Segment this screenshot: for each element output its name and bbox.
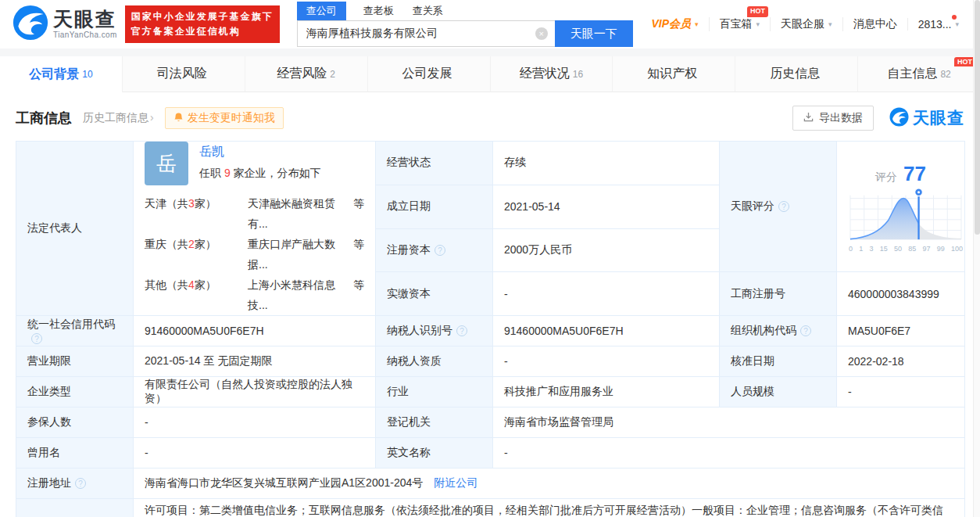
nearby-companies-link[interactable]: 附近公司 <box>434 476 477 489</box>
company-nav-tabs: 公司背景10 司法风险 经营风险2 公司发展 经营状况16 知识产权 历史信息 … <box>0 56 980 92</box>
field-value-taxpayer-id: 91460000MA5U0F6E7H <box>493 316 720 346</box>
brand-tagline: 国家中小企业发展子基金旗下 官方备案企业征信机构 <box>125 5 280 42</box>
field-value-staff-size: - <box>837 377 965 407</box>
tab-company-development[interactable]: 公司发展 <box>368 56 491 92</box>
search-tab-relation[interactable]: 查关系 <box>411 2 445 20</box>
distribution-row: 重庆（共2家） 重庆口岸产融大数据... 等 <box>145 234 364 275</box>
notification-dot <box>952 15 957 20</box>
logo-title: 天眼查 <box>53 9 117 29</box>
field-label-company-type: 企业类型 <box>16 377 134 407</box>
company-link[interactable]: 天津融米融资租赁有... <box>248 193 349 234</box>
field-label-legal-representative: 法定代表人 <box>16 142 134 316</box>
user-account-menu-item[interactable]: 2813... ▾ <box>907 18 969 31</box>
field-label-org-code: 组织机构代码? <box>720 316 837 346</box>
field-value-paid-in-capital: - <box>493 272 720 316</box>
field-value-industry: 科技推广和应用服务业 <box>493 377 720 407</box>
field-value-org-code: MA5U0F6E7 <box>837 316 965 346</box>
search-input[interactable] <box>297 20 555 47</box>
tab-operating-risk[interactable]: 经营风险2 <box>245 56 368 92</box>
page-scrollbar[interactable] <box>973 0 980 517</box>
field-value-operating-status: 存续 <box>493 142 720 185</box>
chevron-down-icon: ▾ <box>955 20 959 28</box>
avatar[interactable]: 岳 <box>145 142 188 185</box>
search-tab-boss[interactable]: 查老板 <box>362 2 395 20</box>
field-label-paid-in-capital: 实缴资本 <box>376 272 493 316</box>
help-icon[interactable]: ? <box>778 201 789 212</box>
help-icon[interactable]: ? <box>75 478 86 489</box>
field-label-taxpayer-id: 纳税人识别号? <box>376 316 493 346</box>
company-link[interactable]: 上海小米慧科信息技... <box>248 275 349 315</box>
field-value-business-scope: 许可项目：第二类增值电信业务；互联网信息服务（依法须经批准的项目，经相关部门批准… <box>134 499 965 517</box>
search-tab-company[interactable]: 查公司 <box>297 2 346 20</box>
header-menu: VIP会员 ▾ HOT 百宝箱 ▾ 天眼企服 ▾ 消息中心 2813... ▾ <box>641 17 969 31</box>
toolbox-menu-item[interactable]: HOT 百宝箱 ▾ <box>709 17 771 31</box>
enterprise-service-menu-item[interactable]: 天眼企服 ▾ <box>770 17 842 31</box>
tab-company-background[interactable]: 公司背景10 <box>0 56 123 92</box>
help-icon[interactable]: ? <box>31 333 42 344</box>
field-value-taxpayer-qualification: - <box>493 346 720 377</box>
clear-search-icon[interactable]: × <box>535 27 548 40</box>
field-label-registration-authority: 登记机关 <box>376 407 493 438</box>
bell-icon <box>173 112 184 125</box>
distribution-row: 其他（共4家） 上海小米慧科信息技... 等 <box>145 275 364 315</box>
field-label-tyc-score: 天眼评分? <box>720 142 837 272</box>
field-value-registered-capital: 2000万人民币 <box>493 228 720 272</box>
field-value-insured-count: - <box>134 407 376 438</box>
field-label-staff-size: 人员规模 <box>720 377 837 407</box>
score-distribution-chart[interactable]: 0131550859799100 <box>848 186 964 253</box>
search-area: 查公司 查老板 查关系 × 天眼一下 <box>297 2 633 47</box>
scrollbar-thumb[interactable] <box>975 0 980 235</box>
business-info-section-header: 工商信息 历史工商信息› 发生变更时通知我 导出数据 天眼查 <box>0 92 980 141</box>
tab-judicial-risk[interactable]: 司法风险 <box>123 56 245 92</box>
field-label-registered-capital: 注册资本? <box>376 228 493 272</box>
history-business-info-link[interactable]: 历史工商信息› <box>83 111 154 125</box>
field-label-insured-count: 参保人数 <box>16 407 134 438</box>
tenure-summary: 任职 9 家企业，分布如下 <box>199 167 321 181</box>
field-label-taxpayer-qualification: 纳税人资质 <box>376 346 493 377</box>
chevron-down-icon: ▾ <box>695 20 699 28</box>
field-value-registered-address: 海南省海口市龙华区复兴城互联网产业园A1区2001-204号 附近公司 <box>134 469 965 499</box>
field-label-credit-code: 统一社会信用代码? <box>16 316 134 346</box>
field-label-operating-status: 经营状态 <box>376 142 493 185</box>
export-data-button[interactable]: 导出数据 <box>792 106 874 131</box>
distribution-row: 天津（共3家） 天津融米融资租赁有... 等 <box>145 193 364 234</box>
field-label-business-term: 营业期限 <box>16 346 134 377</box>
score-chart-ticks: 0131550859799100 <box>848 245 964 253</box>
help-icon[interactable]: ? <box>456 325 467 336</box>
chevron-down-icon: ▾ <box>756 20 760 28</box>
tianyancha-logo[interactable]: 天眼查 TianYanCha.com <box>13 5 117 44</box>
legal-representative-cell: 岳 岳凯 任职 9 家企业，分布如下 天津（共3家） 天津融米融资租赁有... … <box>134 142 376 316</box>
field-label-former-name: 曾用名 <box>16 438 134 469</box>
field-value-established-date: 2021-05-14 <box>493 185 720 228</box>
message-center-menu-item[interactable]: 消息中心 <box>842 17 907 31</box>
field-label-approval-date: 核准日期 <box>720 346 837 377</box>
tab-self-published-info[interactable]: 自主信息82 HOT <box>858 56 980 92</box>
logo-domain: TianYanCha.com <box>53 31 117 39</box>
field-value-business-term: 2021-05-14 至 无固定期限 <box>134 346 376 377</box>
business-registration-table: 法定代表人 岳 岳凯 任职 9 家企业，分布如下 天津（共3家） 天津融米融资租… <box>16 141 965 517</box>
tab-operating-status[interactable]: 经营状况16 <box>491 56 613 92</box>
tab-intellectual-property[interactable]: 知识产权 <box>613 56 735 92</box>
field-value-credit-code: 91460000MA5U0F6E7H <box>134 316 376 346</box>
download-icon <box>803 112 814 124</box>
field-value-registration-authority: 海南省市场监督管理局 <box>493 407 965 438</box>
field-value-registration-number: 460000003843999 <box>837 272 965 316</box>
field-value-english-name: - <box>493 438 965 469</box>
field-label-english-name: 英文名称 <box>376 438 493 469</box>
search-button[interactable]: 天眼一下 <box>555 20 633 47</box>
hot-badge: HOT <box>954 57 975 66</box>
vip-menu-item[interactable]: VIP会员 ▾ <box>641 17 708 31</box>
score-value: 评分 77 <box>848 162 953 186</box>
company-link[interactable]: 重庆口岸产融大数据... <box>248 234 349 275</box>
header-divider <box>0 48 980 56</box>
field-label-registration-number: 工商注册号 <box>720 272 837 316</box>
chevron-down-icon: ▾ <box>828 20 832 28</box>
field-value-approval-date: 2022-02-18 <box>837 346 965 377</box>
notify-on-change-button[interactable]: 发生变更时通知我 <box>165 107 284 129</box>
field-label-registered-address: 注册地址? <box>16 469 134 499</box>
tianyancha-watermark-logo: 天眼查 <box>889 107 964 130</box>
legal-representative-link[interactable]: 岳凯 <box>199 144 321 160</box>
tab-history-info[interactable]: 历史信息 <box>735 56 858 92</box>
help-icon[interactable]: ? <box>435 245 445 256</box>
help-icon[interactable]: ? <box>800 325 811 336</box>
